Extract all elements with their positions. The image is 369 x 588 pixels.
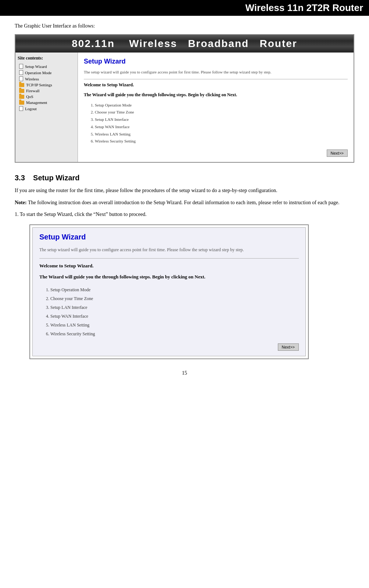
step1-text: 1. To start the Setup Wizard, click the … xyxy=(15,210,354,219)
sidebar-item-logout[interactable]: Logout xyxy=(18,105,75,112)
sidebar-label-tcpip: TCP/IP Settings xyxy=(26,83,52,87)
router-ui-header: 802.11n Wireless Broadband Router xyxy=(15,35,354,53)
page-footer: 15 xyxy=(15,370,354,376)
step2-1: Setup Operation Mode xyxy=(50,285,299,294)
wizard-desc: The setup wizard will guide you to confi… xyxy=(84,69,348,75)
page-number: 15 xyxy=(182,370,187,376)
next-button-2[interactable]: Next>> xyxy=(278,343,299,351)
sidebar-title: Site contents: xyxy=(18,55,75,61)
welcome-text: Welcome to Setup Wizard. xyxy=(84,82,348,88)
next-button-1[interactable]: Next>> xyxy=(327,149,348,157)
sidebar-label-operation-mode: Operation Mode xyxy=(25,71,51,75)
section-number: 3.3 xyxy=(15,174,25,182)
step2-3: Setup LAN Interface xyxy=(50,303,299,312)
note-paragraph: Note: The following instruction does an … xyxy=(15,199,354,207)
page-content: The Graphic User Interface as follows: 8… xyxy=(0,16,369,391)
step-2: Choose your Time Zone xyxy=(95,109,348,116)
sidebar-item-tcpip[interactable]: TCP/IP Settings xyxy=(18,82,75,88)
wizard-steps-2: Setup Operation Mode Choose your Time Zo… xyxy=(39,285,299,338)
step2-4: Setup WAN Interface xyxy=(50,312,299,321)
sidebar-item-wireless[interactable]: Wireless xyxy=(18,76,75,82)
step-3: Setup LAN Interface xyxy=(95,116,348,123)
step2-5: Wireless LAN Setting xyxy=(50,321,299,329)
folder-icon xyxy=(19,95,24,99)
sidebar: Site contents: Setup Wizard Operation Mo… xyxy=(15,53,78,162)
sidebar-label-firewall: Firewall xyxy=(26,89,40,93)
doc-icon xyxy=(19,76,23,81)
note-body: The following instruction does an overal… xyxy=(27,200,340,205)
screenshot2-body: Setup Wizard The setup wizard will guide… xyxy=(32,227,306,356)
steps-intro-2: The Wizard will guide you the through fo… xyxy=(39,273,299,281)
router-brand-text: 802.11n Wireless Broadband Router xyxy=(72,38,297,50)
step-1: Setup Operation Mode xyxy=(95,102,348,109)
setup-wizard-heading-2: Setup Wizard xyxy=(39,233,299,241)
sidebar-item-firewall[interactable]: Firewall xyxy=(18,88,75,94)
section-heading: 3.3 Setup Wizard xyxy=(15,174,354,182)
wizard-desc-2: The setup wizard will guide you to confi… xyxy=(39,246,299,253)
divider-2 xyxy=(39,258,299,259)
sidebar-label-setup-wizard: Setup Wizard xyxy=(25,64,47,69)
folder-icon xyxy=(19,101,24,105)
router-ui-body: Site contents: Setup Wizard Operation Mo… xyxy=(15,53,354,162)
doc-icon xyxy=(19,70,23,75)
sidebar-item-management[interactable]: Management xyxy=(18,100,75,105)
step2-2: Choose your Time Zone xyxy=(50,294,299,303)
setup-wizard-heading: Setup Wizard xyxy=(84,58,348,65)
divider xyxy=(84,79,348,79)
wizard-steps: Setup Operation Mode Choose your Time Zo… xyxy=(84,102,348,145)
step-4: Setup WAN Interface xyxy=(95,123,348,131)
router-ui-screenshot-2: Setup Wizard The setup wizard will guide… xyxy=(29,224,309,359)
sidebar-label-management: Management xyxy=(26,100,47,105)
main-content-1: Setup Wizard The setup wizard will guide… xyxy=(78,53,354,162)
page-header: Wireless 11n 2T2R Router xyxy=(0,0,369,16)
next-btn-row: Next>> xyxy=(84,149,348,157)
doc-icon xyxy=(19,106,23,111)
sidebar-item-operation-mode[interactable]: Operation Mode xyxy=(18,69,75,76)
note-label: Note: xyxy=(15,200,27,205)
section-title: Setup Wizard xyxy=(33,174,80,182)
welcome-text-2: Welcome to Setup Wizard. xyxy=(39,263,299,269)
next-btn-row-2: Next>> xyxy=(39,343,299,351)
doc-icon xyxy=(19,64,23,69)
sidebar-label-qos: QoS xyxy=(26,94,33,99)
step-5: Wireless LAN Setting xyxy=(95,131,348,138)
steps-intro: The Wizard will guide you the through fo… xyxy=(84,91,348,98)
intro-text: The Graphic User Interface as follows: xyxy=(15,23,354,29)
sidebar-label-wireless: Wireless xyxy=(25,77,39,81)
step2-6: Wireless Security Setting xyxy=(50,329,299,338)
page-title: Wireless 11n 2T2R Router xyxy=(245,2,363,13)
sidebar-label-logout: Logout xyxy=(25,107,37,111)
sidebar-item-qos[interactable]: QoS xyxy=(18,94,75,100)
sidebar-item-setup-wizard[interactable]: Setup Wizard xyxy=(18,63,75,69)
step-6: Wireless Security Setting xyxy=(95,138,348,145)
folder-icon xyxy=(19,89,24,93)
folder-icon xyxy=(19,83,24,87)
section-para1: If you are using the router for the firs… xyxy=(15,187,354,195)
router-ui-screenshot-1: 802.11n Wireless Broadband Router Site c… xyxy=(15,34,354,163)
